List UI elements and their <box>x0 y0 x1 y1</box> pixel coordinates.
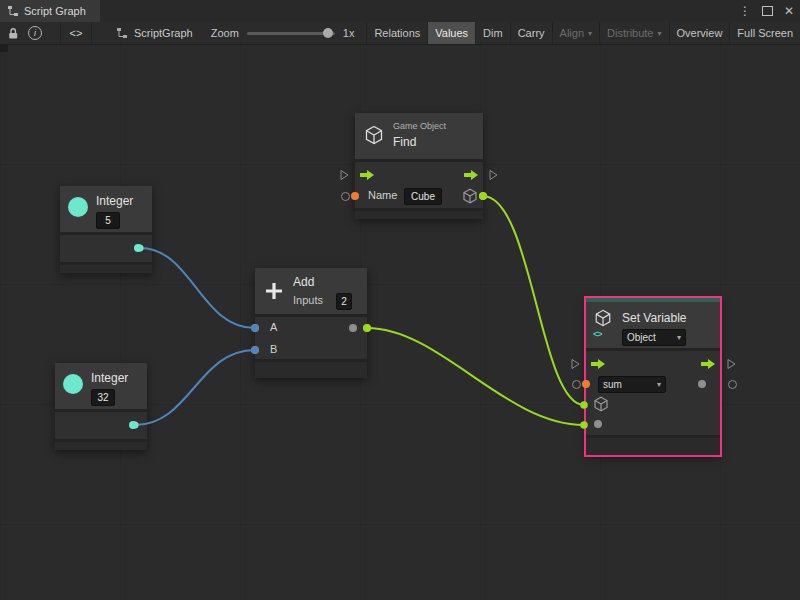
port-a-label: A <box>270 321 277 333</box>
node-category: Game Object <box>393 121 446 131</box>
lock-button[interactable] <box>2 22 24 44</box>
flow-out-indicator-icon <box>727 356 736 374</box>
lock-icon <box>7 27 19 40</box>
dropdown-value: Object <box>627 332 656 343</box>
code-icon: <> <box>70 27 83 39</box>
game-object-output-port[interactable] <box>479 192 487 200</box>
dropdown-value: sum <box>603 379 622 390</box>
zoom-slider-track <box>247 32 335 35</box>
flow-out-indicator-icon <box>489 167 498 185</box>
game-object-port-icon[interactable] <box>462 188 478 208</box>
relations-button[interactable]: Relations <box>366 22 427 44</box>
plus-icon <box>264 281 284 305</box>
flow-in-arrow-icon[interactable] <box>590 356 606 374</box>
variable-name-port[interactable] <box>582 380 590 388</box>
object-input-port-icon[interactable] <box>593 396 609 416</box>
overview-button[interactable]: Overview <box>669 22 730 44</box>
node-title: Integer <box>96 194 133 208</box>
toolbar: i <> ScriptGraph Zoom 1x Relations Value… <box>0 22 800 45</box>
node-title: Set Variable <box>622 311 686 325</box>
output-port-inner[interactable] <box>349 324 357 332</box>
chevron-down-icon: ▾ <box>677 333 681 342</box>
integer-node-b[interactable]: Integer 32 <box>55 363 147 450</box>
tab-title: Script Graph <box>24 5 86 17</box>
code-view-button[interactable]: <> <box>60 22 92 44</box>
integer-value-field[interactable]: 5 <box>96 212 120 229</box>
graph-breadcrumb[interactable]: ScriptGraph <box>116 27 193 39</box>
node-header[interactable]: Integer 5 <box>60 186 152 232</box>
node-body: Name Cube <box>355 162 483 208</box>
find-node[interactable]: Game Object Find Name Cube <box>355 113 483 219</box>
input-port-b[interactable] <box>251 346 259 354</box>
node-footer <box>586 438 720 455</box>
flow-out-arrow-icon[interactable] <box>463 167 479 185</box>
value-out-indicator-icon <box>728 380 737 389</box>
integer-value-field[interactable]: 32 <box>91 389 115 406</box>
dim-button[interactable]: Dim <box>475 22 510 44</box>
value-input-port[interactable] <box>594 420 602 428</box>
add-node[interactable]: Add Inputs 2 A B <box>255 268 367 378</box>
name-input-port[interactable] <box>351 192 359 200</box>
tab-script-graph[interactable]: Script Graph <box>0 0 100 22</box>
node-body <box>55 412 147 439</box>
value-in-indicator-icon <box>572 380 581 389</box>
zoom-value: 1x <box>343 27 355 39</box>
node-footer <box>355 211 483 219</box>
values-button[interactable]: Values <box>427 22 475 44</box>
chevron-down-icon: ▾ <box>658 29 662 38</box>
inputs-count-field[interactable]: 2 <box>336 293 352 310</box>
flow-in-indicator-icon <box>340 167 349 185</box>
node-title: Integer <box>91 371 128 385</box>
variable-code-icon: <> <box>593 329 602 339</box>
zoom-slider-handle[interactable] <box>323 28 333 38</box>
port-b-label: B <box>270 343 277 355</box>
zoom-control: Zoom 1x <box>211 27 355 39</box>
node-header[interactable]: Game Object Find <box>355 113 483 159</box>
name-label: Name <box>368 189 397 201</box>
variable-kind-dropdown[interactable]: Object ▾ <box>622 329 686 346</box>
node-footer <box>55 442 147 450</box>
integer-icon <box>63 374 83 394</box>
info-button[interactable]: i <box>24 22 46 44</box>
info-icon: i <box>28 26 42 40</box>
integer-node-a[interactable]: Integer 5 <box>60 186 152 273</box>
toolbar-buttons: Relations Values Dim Carry Align ▾ Distr… <box>366 22 800 44</box>
zoom-label: Zoom <box>211 27 239 39</box>
node-title: Add <box>293 275 314 289</box>
node-body: sum ▾ <box>586 351 720 435</box>
distribute-button[interactable]: Distribute ▾ <box>599 22 668 44</box>
node-header[interactable]: Integer 32 <box>55 363 147 409</box>
cube-icon <box>364 125 384 149</box>
variable-name-dropdown[interactable]: sum ▾ <box>598 376 666 393</box>
value-in-indicator-icon <box>341 192 350 201</box>
set-variable-node[interactable]: <> Set Variable Object ▾ sum ▾ <box>586 298 720 455</box>
inputs-label: Inputs <box>293 294 323 306</box>
value-output-port[interactable] <box>698 380 706 388</box>
node-title: Find <box>393 135 416 149</box>
input-port-a[interactable] <box>251 324 259 332</box>
node-header[interactable]: Add Inputs 2 <box>255 268 367 314</box>
chevron-down-icon: ▾ <box>588 29 592 38</box>
zoom-slider[interactable] <box>247 27 335 39</box>
flow-out-arrow-icon[interactable] <box>700 356 716 374</box>
full-screen-button[interactable]: Full Screen <box>729 22 800 44</box>
close-icon[interactable]: ✕ <box>784 4 794 18</box>
node-footer <box>255 362 367 378</box>
node-footer <box>60 265 152 273</box>
value-output-port[interactable] <box>129 421 137 429</box>
maximize-icon[interactable] <box>762 6 773 16</box>
canvas-corner <box>0 44 8 52</box>
kebab-menu-icon[interactable]: ⋮ <box>739 4 751 18</box>
window-controls: ⋮ ✕ <box>739 0 794 22</box>
node-header[interactable]: <> Set Variable Object ▾ <box>586 302 720 348</box>
sum-output-port[interactable] <box>363 324 371 332</box>
name-value-field[interactable]: Cube <box>404 188 442 205</box>
align-button[interactable]: Align ▾ <box>552 22 599 44</box>
chevron-down-icon: ▾ <box>657 380 661 389</box>
value-output-port[interactable] <box>134 244 142 252</box>
flow-in-arrow-icon[interactable] <box>359 167 375 185</box>
script-graph-icon <box>7 5 19 17</box>
graph-icon <box>116 27 128 39</box>
script-graph-window: Script Graph ⋮ ✕ i <> ScriptGraph Zoom <box>0 0 800 600</box>
carry-button[interactable]: Carry <box>510 22 552 44</box>
